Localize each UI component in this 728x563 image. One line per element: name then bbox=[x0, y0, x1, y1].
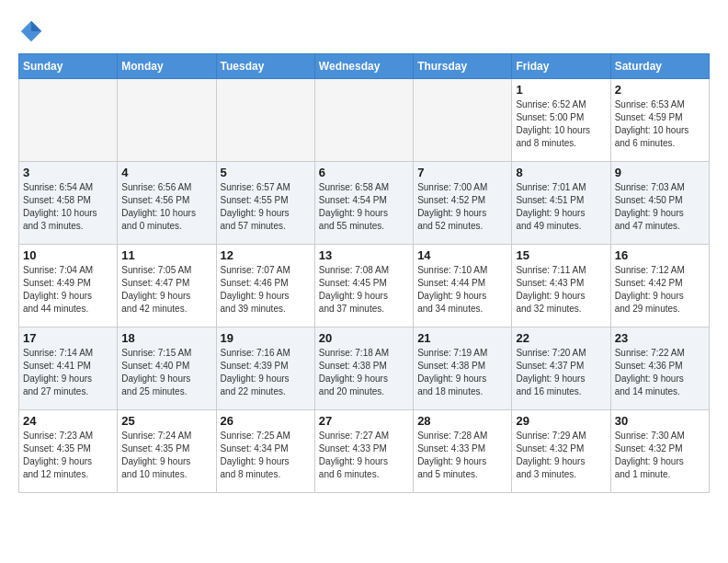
logo bbox=[18, 18, 48, 44]
day-info: Sunrise: 7:15 AM Sunset: 4:40 PM Dayligh… bbox=[121, 347, 211, 398]
day-info: Sunrise: 7:29 AM Sunset: 4:32 PM Dayligh… bbox=[516, 430, 606, 481]
day-info: Sunrise: 6:57 AM Sunset: 4:55 PM Dayligh… bbox=[221, 181, 311, 233]
day-info: Sunrise: 7:16 AM Sunset: 4:39 PM Dayligh… bbox=[221, 347, 311, 398]
day-number: 23 bbox=[615, 331, 705, 345]
calendar-day-cell: 25Sunrise: 7:24 AM Sunset: 4:35 PM Dayli… bbox=[118, 410, 216, 493]
calendar-day-cell: 18Sunrise: 7:15 AM Sunset: 4:40 PM Dayli… bbox=[118, 327, 216, 410]
calendar-week-row: 10Sunrise: 7:04 AM Sunset: 4:49 PM Dayli… bbox=[19, 245, 710, 327]
day-number: 22 bbox=[516, 331, 606, 345]
calendar-day-cell: 28Sunrise: 7:28 AM Sunset: 4:33 PM Dayli… bbox=[414, 410, 512, 493]
calendar-table: SundayMondayTuesdayWednesdayThursdayFrid… bbox=[18, 53, 710, 493]
calendar-day-cell: 26Sunrise: 7:25 AM Sunset: 4:34 PM Dayli… bbox=[216, 410, 314, 493]
day-number: 2 bbox=[615, 83, 705, 97]
calendar-header-row: SundayMondayTuesdayWednesdayThursdayFrid… bbox=[19, 54, 710, 79]
calendar-day-cell: 13Sunrise: 7:08 AM Sunset: 4:45 PM Dayli… bbox=[314, 245, 413, 327]
day-info: Sunrise: 7:25 AM Sunset: 4:34 PM Dayligh… bbox=[221, 430, 311, 481]
calendar-day-cell bbox=[118, 79, 216, 162]
weekday-header-sunday: Sunday bbox=[19, 54, 118, 79]
page-header bbox=[18, 18, 710, 44]
calendar-day-cell: 2Sunrise: 6:53 AM Sunset: 4:59 PM Daylig… bbox=[610, 79, 709, 162]
day-number: 13 bbox=[319, 248, 409, 262]
day-info: Sunrise: 7:12 AM Sunset: 4:42 PM Dayligh… bbox=[615, 264, 705, 316]
calendar-day-cell bbox=[216, 79, 314, 162]
day-info: Sunrise: 7:03 AM Sunset: 4:50 PM Dayligh… bbox=[615, 181, 705, 233]
day-number: 19 bbox=[221, 331, 311, 345]
day-info: Sunrise: 7:10 AM Sunset: 4:44 PM Dayligh… bbox=[417, 264, 507, 316]
day-number: 27 bbox=[319, 414, 409, 428]
day-info: Sunrise: 7:20 AM Sunset: 4:37 PM Dayligh… bbox=[516, 347, 606, 398]
day-info: Sunrise: 7:24 AM Sunset: 4:35 PM Dayligh… bbox=[121, 430, 211, 481]
day-number: 6 bbox=[319, 166, 409, 179]
day-number: 8 bbox=[516, 166, 606, 179]
calendar-day-cell: 3Sunrise: 6:54 AM Sunset: 4:58 PM Daylig… bbox=[19, 162, 118, 245]
day-number: 26 bbox=[221, 414, 311, 428]
day-info: Sunrise: 7:04 AM Sunset: 4:49 PM Dayligh… bbox=[23, 264, 113, 316]
day-number: 18 bbox=[121, 331, 211, 345]
day-number: 12 bbox=[221, 248, 311, 262]
calendar-day-cell: 16Sunrise: 7:12 AM Sunset: 4:42 PM Dayli… bbox=[610, 245, 709, 327]
calendar-day-cell bbox=[314, 79, 413, 162]
calendar-day-cell bbox=[414, 79, 512, 162]
day-number: 21 bbox=[417, 331, 507, 345]
day-number: 15 bbox=[516, 248, 606, 262]
day-info: Sunrise: 6:56 AM Sunset: 4:56 PM Dayligh… bbox=[121, 181, 211, 233]
day-number: 16 bbox=[615, 248, 705, 262]
day-info: Sunrise: 7:05 AM Sunset: 4:47 PM Dayligh… bbox=[121, 264, 211, 316]
day-number: 1 bbox=[516, 83, 606, 97]
day-number: 25 bbox=[121, 414, 211, 428]
calendar-week-row: 17Sunrise: 7:14 AM Sunset: 4:41 PM Dayli… bbox=[19, 327, 710, 410]
calendar-day-cell: 4Sunrise: 6:56 AM Sunset: 4:56 PM Daylig… bbox=[118, 162, 216, 245]
day-number: 4 bbox=[121, 166, 211, 179]
calendar-day-cell: 7Sunrise: 7:00 AM Sunset: 4:52 PM Daylig… bbox=[414, 162, 512, 245]
calendar-day-cell: 22Sunrise: 7:20 AM Sunset: 4:37 PM Dayli… bbox=[512, 327, 610, 410]
svg-marker-1 bbox=[31, 21, 41, 31]
day-info: Sunrise: 7:22 AM Sunset: 4:36 PM Dayligh… bbox=[615, 347, 705, 398]
weekday-header-saturday: Saturday bbox=[610, 54, 709, 79]
calendar-day-cell: 23Sunrise: 7:22 AM Sunset: 4:36 PM Dayli… bbox=[610, 327, 709, 410]
day-number: 7 bbox=[417, 166, 507, 179]
day-number: 3 bbox=[23, 166, 113, 179]
calendar-week-row: 1Sunrise: 6:52 AM Sunset: 5:00 PM Daylig… bbox=[19, 79, 710, 162]
calendar-day-cell: 20Sunrise: 7:18 AM Sunset: 4:38 PM Dayli… bbox=[314, 327, 413, 410]
day-number: 20 bbox=[319, 331, 409, 345]
day-info: Sunrise: 7:27 AM Sunset: 4:33 PM Dayligh… bbox=[319, 430, 409, 481]
weekday-header-monday: Monday bbox=[118, 54, 216, 79]
calendar-day-cell: 17Sunrise: 7:14 AM Sunset: 4:41 PM Dayli… bbox=[19, 327, 118, 410]
weekday-header-thursday: Thursday bbox=[414, 54, 512, 79]
day-info: Sunrise: 7:18 AM Sunset: 4:38 PM Dayligh… bbox=[319, 347, 409, 398]
day-info: Sunrise: 6:53 AM Sunset: 4:59 PM Dayligh… bbox=[615, 98, 705, 150]
logo-icon bbox=[18, 18, 44, 44]
day-info: Sunrise: 6:58 AM Sunset: 4:54 PM Dayligh… bbox=[319, 181, 409, 233]
weekday-header-wednesday: Wednesday bbox=[314, 54, 413, 79]
day-info: Sunrise: 7:07 AM Sunset: 4:46 PM Dayligh… bbox=[221, 264, 311, 316]
calendar-day-cell: 6Sunrise: 6:58 AM Sunset: 4:54 PM Daylig… bbox=[314, 162, 413, 245]
calendar-day-cell: 21Sunrise: 7:19 AM Sunset: 4:38 PM Dayli… bbox=[414, 327, 512, 410]
calendar-day-cell: 27Sunrise: 7:27 AM Sunset: 4:33 PM Dayli… bbox=[314, 410, 413, 493]
calendar-day-cell: 29Sunrise: 7:29 AM Sunset: 4:32 PM Dayli… bbox=[512, 410, 610, 493]
day-info: Sunrise: 6:54 AM Sunset: 4:58 PM Dayligh… bbox=[23, 181, 113, 233]
day-number: 11 bbox=[121, 248, 211, 262]
day-info: Sunrise: 7:30 AM Sunset: 4:32 PM Dayligh… bbox=[615, 430, 705, 481]
calendar-day-cell: 19Sunrise: 7:16 AM Sunset: 4:39 PM Dayli… bbox=[216, 327, 314, 410]
day-info: Sunrise: 7:00 AM Sunset: 4:52 PM Dayligh… bbox=[417, 181, 507, 233]
calendar-day-cell: 24Sunrise: 7:23 AM Sunset: 4:35 PM Dayli… bbox=[19, 410, 118, 493]
day-info: Sunrise: 7:28 AM Sunset: 4:33 PM Dayligh… bbox=[417, 430, 507, 481]
calendar-day-cell: 11Sunrise: 7:05 AM Sunset: 4:47 PM Dayli… bbox=[118, 245, 216, 327]
day-number: 14 bbox=[417, 248, 507, 262]
day-info: Sunrise: 7:14 AM Sunset: 4:41 PM Dayligh… bbox=[23, 347, 113, 398]
calendar-week-row: 24Sunrise: 7:23 AM Sunset: 4:35 PM Dayli… bbox=[19, 410, 710, 493]
weekday-header-friday: Friday bbox=[512, 54, 610, 79]
calendar-day-cell: 30Sunrise: 7:30 AM Sunset: 4:32 PM Dayli… bbox=[610, 410, 709, 493]
day-number: 24 bbox=[23, 414, 113, 428]
day-info: Sunrise: 7:23 AM Sunset: 4:35 PM Dayligh… bbox=[23, 430, 113, 481]
day-number: 9 bbox=[615, 166, 705, 179]
day-info: Sunrise: 7:08 AM Sunset: 4:45 PM Dayligh… bbox=[319, 264, 409, 316]
day-info: Sunrise: 7:11 AM Sunset: 4:43 PM Dayligh… bbox=[516, 264, 606, 316]
calendar-day-cell: 8Sunrise: 7:01 AM Sunset: 4:51 PM Daylig… bbox=[512, 162, 610, 245]
calendar-day-cell: 9Sunrise: 7:03 AM Sunset: 4:50 PM Daylig… bbox=[610, 162, 709, 245]
day-number: 17 bbox=[23, 331, 113, 345]
day-info: Sunrise: 7:01 AM Sunset: 4:51 PM Dayligh… bbox=[516, 181, 606, 233]
calendar-day-cell: 1Sunrise: 6:52 AM Sunset: 5:00 PM Daylig… bbox=[512, 79, 610, 162]
day-info: Sunrise: 7:19 AM Sunset: 4:38 PM Dayligh… bbox=[417, 347, 507, 398]
day-info: Sunrise: 6:52 AM Sunset: 5:00 PM Dayligh… bbox=[516, 98, 606, 150]
